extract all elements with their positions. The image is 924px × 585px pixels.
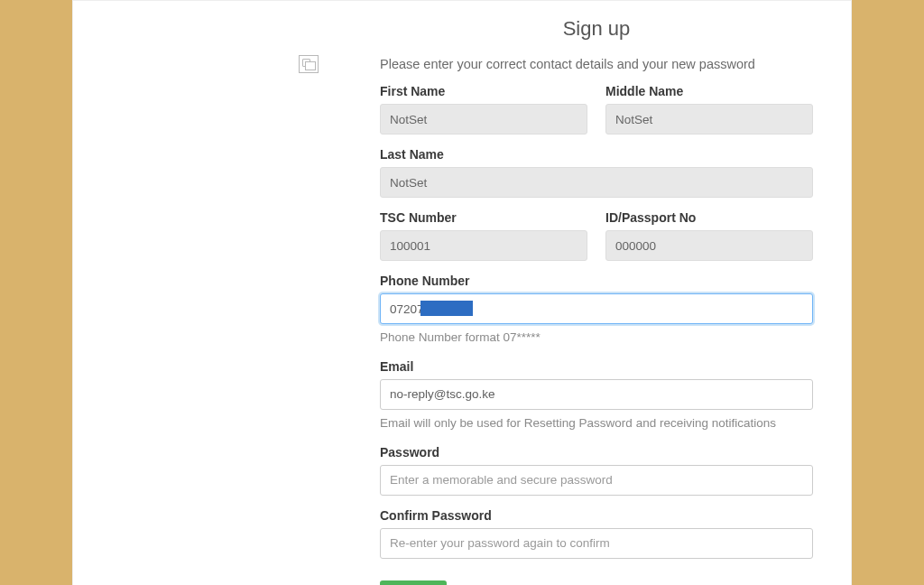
- signup-form: Sign up Please enter your correct contac…: [380, 10, 813, 585]
- last-name-field: Last Name: [380, 147, 813, 198]
- middle-name-label: Middle Name: [605, 84, 813, 98]
- middle-name-input: [605, 104, 813, 135]
- email-label: Email: [380, 359, 813, 374]
- phone-label: Phone Number: [380, 274, 813, 288]
- first-name-input: [380, 104, 587, 135]
- image-placeholder-icon: [299, 55, 319, 73]
- confirm-password-field: Confirm Password: [380, 508, 813, 559]
- last-name-input: [380, 167, 813, 198]
- password-label: Password: [380, 445, 813, 460]
- first-name-label: First Name: [380, 84, 587, 98]
- left-column: [91, 10, 380, 585]
- password-input[interactable]: [380, 465, 813, 496]
- id-passport-input: [605, 230, 813, 261]
- signup-panel: Sign up Please enter your correct contac…: [72, 0, 852, 585]
- id-passport-label: ID/Passport No: [605, 210, 813, 225]
- first-name-field: First Name: [380, 84, 587, 135]
- page-title: Sign up: [380, 17, 813, 41]
- email-input[interactable]: [380, 379, 813, 410]
- last-name-label: Last Name: [380, 147, 813, 162]
- confirm-password-label: Confirm Password: [380, 508, 813, 523]
- email-hint: Email will only be used for Resetting Pa…: [380, 415, 813, 432]
- phone-redaction-overlay: [420, 301, 473, 316]
- right-gold-border: [852, 0, 924, 585]
- phone-field: Phone Number Phone Number format 07*****: [380, 274, 813, 347]
- tsc-number-label: TSC Number: [380, 210, 587, 225]
- phone-hint: Phone Number format 07*****: [380, 330, 813, 347]
- intro-text: Please enter your correct contact detail…: [380, 57, 813, 71]
- password-field: Password: [380, 445, 813, 496]
- confirm-password-input[interactable]: [380, 528, 813, 559]
- id-passport-field: ID/Passport No: [605, 210, 813, 261]
- middle-name-field: Middle Name: [605, 84, 813, 135]
- email-field: Email Email will only be used for Resett…: [380, 359, 813, 432]
- tsc-number-field: TSC Number: [380, 210, 587, 261]
- left-gold-border: [0, 0, 72, 585]
- tsc-number-input: [380, 230, 587, 261]
- next-button[interactable]: Next: [380, 580, 447, 585]
